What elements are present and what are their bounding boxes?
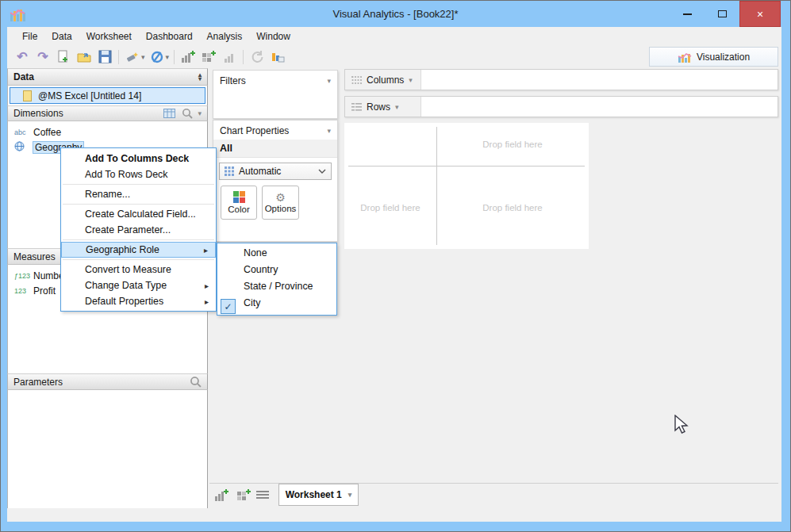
measures-header-label: Measures	[13, 251, 56, 262]
format-workbook-icon[interactable]	[123, 48, 142, 66]
menu-worksheet[interactable]: Worksheet	[79, 27, 139, 46]
submenu-arrow-icon: ▸	[205, 294, 209, 310]
redo-icon[interactable]: ↷	[33, 48, 52, 66]
submenu-item-none[interactable]: None	[217, 245, 336, 262]
active-tab-label: Worksheet 1	[286, 489, 342, 500]
menu-item-rename[interactable]: Rename...	[61, 186, 216, 202]
refresh-dropdown-icon[interactable]: ▾	[166, 53, 170, 61]
menubar: File Data Worksheet Dashboard Analysis W…	[7, 27, 781, 46]
sheet-list-icon[interactable]	[255, 488, 271, 502]
menu-item-label: Geographic Role	[86, 244, 159, 255]
mouse-cursor	[674, 415, 689, 437]
chevron-down-icon	[318, 169, 326, 174]
submenu-item-state-province[interactable]: State / Province	[217, 278, 336, 295]
options-button[interactable]: ⚙ Options	[262, 186, 299, 220]
minimize-icon	[683, 13, 692, 15]
color-button-label: Color	[228, 205, 249, 214]
columns-label-text: Columns	[367, 75, 404, 86]
open-icon[interactable]	[75, 48, 94, 66]
app-window: Visual Analytics - [Book22]* × File Data…	[0, 0, 791, 532]
visualization-label: Visualization	[697, 52, 750, 63]
find-parameter-icon[interactable]	[190, 376, 202, 388]
submenu-arrow-icon: ▸	[204, 243, 208, 258]
maximize-icon	[718, 10, 727, 17]
mark-type-dropdown[interactable]: Automatic	[219, 163, 332, 180]
data-header-label: Data	[13, 71, 34, 82]
rows-shelf-label[interactable]: Rows ▾	[345, 97, 421, 117]
filters-menu-icon[interactable]: ▾	[327, 77, 331, 85]
menu-analysis[interactable]: Analysis	[200, 27, 250, 46]
excel-source-icon	[23, 90, 32, 101]
options-button-label: Options	[265, 204, 297, 213]
menu-item-create-parameter[interactable]: Create Parameter...	[61, 222, 216, 238]
menu-item-change-data-type[interactable]: Change Data Type ▸	[61, 277, 216, 293]
menu-window[interactable]: Window	[249, 27, 298, 46]
dimension-field-coffee[interactable]: abc Coffee	[8, 124, 207, 140]
filters-header-label: Filters	[220, 75, 246, 86]
chart-properties-menu-icon[interactable]: ▾	[327, 127, 331, 135]
submenu-item-country[interactable]: Country	[217, 262, 336, 278]
new-dashboard-tab-icon[interactable]	[236, 488, 252, 502]
refresh-icon[interactable]	[148, 48, 167, 66]
parameters-header: Parameters	[7, 373, 208, 390]
menu-item-convert-to-measure[interactable]: Convert to Measure	[61, 262, 216, 277]
filters-shelf: Filters ▾	[213, 70, 338, 119]
toolbar-separator	[174, 50, 175, 64]
new-workbook-icon[interactable]	[54, 48, 73, 66]
dimensions-header-label: Dimensions	[13, 108, 63, 119]
menu-item-create-calculated-field[interactable]: Create Calculated Field...	[61, 206, 216, 222]
menu-item-add-to-rows-deck[interactable]: Add To Rows Deck	[61, 166, 216, 182]
find-field-icon[interactable]	[182, 108, 193, 119]
menu-item-geographic-role[interactable]: Geographic Role ▸	[61, 242, 216, 258]
gear-icon: ⚙	[275, 193, 286, 202]
close-icon: ×	[757, 8, 763, 21]
new-worksheet-tab-icon[interactable]	[214, 488, 229, 502]
rows-drop-area[interactable]	[421, 97, 778, 117]
new-dashboard-icon[interactable]	[199, 48, 218, 66]
submenu-arrow-icon: ▸	[205, 278, 209, 294]
menu-dashboard[interactable]: Dashboard	[139, 27, 200, 46]
app-logo-icon	[9, 6, 26, 23]
rows-menu-icon: ▾	[395, 103, 399, 111]
close-button[interactable]: ×	[739, 1, 781, 27]
swap-rows-columns-icon[interactable]	[268, 48, 287, 66]
drop-field-zone-left[interactable]: Drop field here	[344, 166, 436, 249]
tab-worksheet-1[interactable]: Worksheet 1 ▾	[278, 484, 359, 506]
menu-item-add-to-columns-deck[interactable]: Add To Columns Deck	[61, 151, 216, 166]
mark-type-grid-icon	[225, 166, 234, 176]
columns-shelf-label[interactable]: Columns ▾	[345, 70, 421, 90]
minimize-button[interactable]	[670, 1, 705, 27]
visualization-button[interactable]: Visualization	[649, 47, 778, 67]
chart-properties-card: Chart Properties ▾ All Automatic Color	[213, 120, 338, 242]
menu-separator	[63, 239, 214, 240]
field-label: Coffee	[33, 127, 61, 138]
parameters-header-label: Parameters	[13, 377, 63, 388]
dimensions-menu-icon[interactable]: ▾	[198, 109, 202, 117]
view-data-icon[interactable]	[163, 109, 175, 118]
globe-icon	[14, 141, 33, 153]
undo-icon[interactable]: ↶	[13, 48, 32, 66]
maximize-button[interactable]	[705, 1, 739, 27]
menu-file[interactable]: File	[15, 27, 44, 46]
new-worksheet-icon[interactable]	[179, 48, 198, 66]
mark-type-value: Automatic	[239, 166, 281, 177]
format-dropdown-icon[interactable]: ▾	[141, 53, 145, 61]
view-canvas: Drop field here Drop field here Drop fie…	[344, 123, 589, 249]
clear-sheet-icon	[248, 48, 267, 66]
marks-all-label: All	[213, 140, 337, 158]
drop-hint-text: Drop field here	[482, 203, 542, 212]
tab-menu-icon: ▾	[348, 491, 352, 499]
color-button[interactable]: Color	[221, 186, 257, 220]
drop-field-zone-main[interactable]: Drop field here	[436, 166, 589, 249]
menu-data[interactable]: Data	[44, 27, 79, 46]
menu-item-default-properties[interactable]: Default Properties ▸	[61, 293, 216, 309]
dimensions-header: Dimensions ▾	[7, 105, 208, 121]
drop-field-zone-top[interactable]: Drop field here	[436, 123, 589, 166]
data-source-item[interactable]: @MS Excel [Untitled 14]	[10, 87, 205, 104]
data-sort-icon[interactable]: ▴▾	[198, 73, 202, 81]
save-icon[interactable]	[95, 48, 114, 66]
columns-drop-area[interactable]	[421, 70, 778, 90]
columns-icon	[351, 75, 362, 85]
duplicate-sheet-icon[interactable]	[220, 48, 239, 66]
menu-separator	[63, 184, 214, 185]
